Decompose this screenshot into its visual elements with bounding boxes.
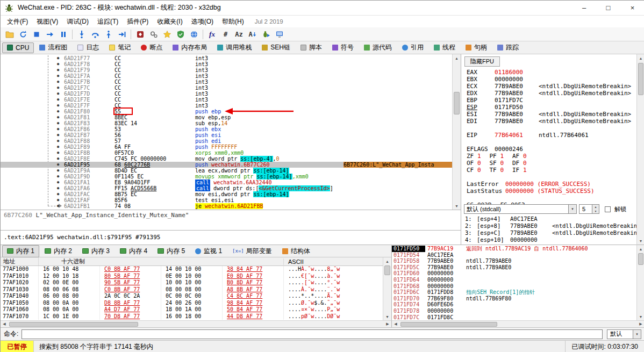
dump-row[interactable]: 77AF104006 00 08 002A 0C 0C 2A0C 00 0C 0… — [1, 293, 383, 300]
disasm-row[interactable]: 6AD21FA6FF15 ACD5566Bcall dword ptr ds:[… — [1, 185, 461, 191]
disasm-row[interactable]: 6AD21FAC8B75 ECmov esi,dword ptr ss:[ebp… — [1, 191, 461, 197]
register-row[interactable]: EBP0171FD7C — [467, 97, 644, 104]
scrollbar-thumb[interactable] — [454, 92, 460, 114]
tab-符号[interactable]: 符号 — [327, 41, 359, 54]
tab-内存 4[interactable]: 内存 4 — [115, 245, 152, 257]
disassembly-scrollbar[interactable]: ▲ ▼ — [452, 54, 461, 210]
dump-row[interactable]: 77AF102002 00 0E 0090 5B AF 7710 00 10 0… — [1, 279, 383, 286]
scroll-down-arrow[interactable]: ▼ — [453, 202, 461, 210]
disasm-row[interactable]: 6AD21F78CCint3 — [1, 61, 461, 67]
scroll-up-arrow[interactable]: ▲ — [637, 245, 644, 253]
strings-icon[interactable]: Az — [232, 28, 246, 40]
scroll-right-arrow[interactable]: ▶ — [384, 321, 391, 327]
scroll-down-arrow[interactable]: ▼ — [637, 313, 644, 320]
disasm-row[interactable]: 6AD21F79CCint3 — [1, 67, 461, 73]
disasm-row[interactable]: 6AD21F9D0F1145 ECmovups xmmword ptr ss:[… — [1, 174, 461, 179]
command-input[interactable] — [22, 329, 603, 339]
menu-item[interactable]: 文件(F) — [3, 16, 32, 27]
restart-icon[interactable] — [16, 28, 30, 40]
tab-SEH链[interactable]: SEH链 — [257, 41, 295, 54]
step-out-icon[interactable] — [102, 28, 115, 40]
argument-row[interactable]: 2:[esp+8]77B9ABE0<ntdll.DbgUiRemoteBreak… — [465, 222, 637, 229]
tab-CPU[interactable]: CPU — [2, 42, 34, 53]
menu-item[interactable]: 选项(O) — [187, 16, 218, 27]
scrollbar-thumb[interactable] — [384, 265, 390, 275]
register-row[interactable]: ZF 1PF 1AF 0 — [467, 153, 644, 160]
run-icon[interactable] — [43, 28, 56, 40]
globe-icon[interactable] — [187, 28, 201, 40]
menu-item[interactable]: 视图(V) — [32, 16, 62, 27]
stack-row[interactable]: 0171FD54A0C17EEA — [392, 252, 636, 258]
step-into-icon[interactable] — [75, 28, 88, 40]
minimize-button[interactable]: – — [572, 1, 596, 15]
spin-up-icon[interactable]: ▲ — [592, 205, 599, 209]
scrollbar-thumb[interactable] — [638, 63, 643, 95]
tab-源代码[interactable]: 源代码 — [359, 41, 397, 54]
stack-row[interactable]: 0171FD6000000000 — [392, 270, 636, 277]
tab-日志[interactable]: 日志 — [73, 41, 104, 54]
scroll-up-arrow[interactable]: ▲ — [637, 54, 644, 62]
register-row[interactable]: EDX77B9ABE0<ntdll.DbgUiRemoteBreakin> — [467, 90, 644, 97]
step-over-icon[interactable] — [88, 28, 102, 40]
disasm-row[interactable]: 6AD21F8EC745 FC 00000000mov dword ptr ss… — [1, 156, 461, 162]
register-row[interactable]: ECX77B9ABE0<ntdll.DbgUiRemoteBreakin> — [467, 83, 644, 90]
stack-row[interactable]: 0171FD6800000000 — [392, 283, 636, 290]
dump-scrollbar[interactable]: ▲ ▼ — [383, 257, 391, 320]
shield-icon[interactable] — [174, 28, 187, 40]
hide-fpu-button[interactable]: 隐藏FPU — [464, 56, 500, 67]
debug-bug-icon[interactable] — [259, 28, 273, 40]
disasm-row[interactable]: 6AD21F896A FFpush FFFFFFFF — [1, 144, 461, 150]
favourites-star-icon[interactable] — [160, 28, 174, 40]
tab-内存布局[interactable]: 内存布局 — [168, 41, 212, 54]
menu-item[interactable]: 追踪(T) — [93, 16, 123, 27]
register-row[interactable]: OF 0SF 0DF 0 — [467, 160, 644, 167]
disasm-row[interactable]: 6AD21F7BCCint3 — [1, 79, 461, 85]
scroll-down-arrow[interactable]: ▼ — [383, 313, 391, 320]
stack-row[interactable]: 0171FD7077B69F80ntdll.77B69F80 — [392, 296, 636, 302]
disasm-row[interactable]: 6AD21F8653push ebx — [1, 126, 461, 132]
scroll-left-arrow[interactable]: ◀ — [392, 321, 399, 327]
settings-gears-icon[interactable] — [147, 28, 160, 40]
tab-内存 5[interactable]: 内存 5 — [153, 245, 190, 257]
disasm-row[interactable]: 6AD21FB174 08je wechatwin.6AD21FBB — [1, 203, 461, 209]
open-file-icon[interactable] — [3, 28, 16, 40]
disasm-row[interactable]: 6AD21F77CCint3 — [1, 55, 461, 61]
spin-down-icon[interactable]: ▼ — [592, 209, 599, 213]
argument-count-stepper[interactable]: 5▲▼ — [579, 204, 599, 214]
scroll-up-arrow[interactable]: ▲ — [383, 257, 391, 265]
command-combo[interactable]: 默认▼ — [607, 329, 641, 339]
tab-内存 1[interactable]: 内存 1 — [2, 245, 39, 257]
scrollbar-thumb[interactable] — [638, 253, 643, 265]
scrollbar-thumb[interactable] — [9, 322, 138, 327]
register-row[interactable]: EAX01186000 — [467, 69, 644, 76]
register-row[interactable]: LastStatus00000000 (STATUS_SUCCESS) — [467, 188, 644, 195]
disasm-row[interactable]: 6AD21F8B0F57C0xorps xmm0,xmm0 — [1, 150, 461, 156]
tab-脚本[interactable]: 脚本 — [296, 41, 327, 54]
dump-row[interactable]: 77AF106008 00 0A 00A4 D7 AF 7718 00 1A 0… — [1, 306, 383, 313]
scroll-up-arrow[interactable]: ▲ — [453, 54, 461, 62]
stack-row[interactable]: 0171FD5077B9AC19返回到 ntdll.77B9AC19 自 ntd… — [392, 246, 636, 252]
disasm-row[interactable]: 6AD21F9568 60C2776Bpush wechatwin.6B77C2… — [1, 162, 461, 168]
tab-线程[interactable]: 线程 — [429, 41, 460, 54]
disasm-row[interactable]: 6AD21F7CCCint3 — [1, 85, 461, 91]
tab-句柄[interactable]: 句柄 — [461, 41, 492, 54]
registers-scrollbar[interactable]: ▲ ▼ — [636, 54, 644, 245]
tab-监视 1[interactable]: 监视 1 — [190, 245, 227, 257]
dump-row[interactable]: 77AF103008 00 06 08C0 8B AF 7708 00 08 0… — [1, 286, 383, 293]
tab-跟踪[interactable]: 跟踪 — [492, 41, 524, 54]
tab-断点[interactable]: 断点 — [136, 41, 167, 54]
dump-row[interactable]: 77AF101012 00 10 1880 5B AF 770E 00 10 0… — [1, 273, 383, 280]
stack-row[interactable]: 0171FD74D60FE6D6 — [392, 301, 636, 308]
tab-调用堆栈[interactable]: 调用堆栈 — [212, 41, 256, 54]
tab-流程图[interactable]: 流程图 — [34, 41, 72, 54]
dump-row[interactable]: 77AF100016 00 10 48C0 8B AF 7714 00 10 0… — [1, 266, 383, 273]
disasm-row[interactable]: 6AD21FAF85F6test esi,esi — [1, 197, 461, 203]
chevron-down-icon[interactable]: ▼ — [633, 330, 641, 339]
tab-内存 2[interactable]: 内存 2 — [40, 245, 77, 257]
menu-item[interactable]: 收藏夹(I) — [153, 16, 187, 27]
scrollbar-thumb[interactable] — [400, 322, 497, 327]
disasm-row[interactable]: 6AD21F9A8D4D EClea ecx,dword ptr ss:[ebp… — [1, 168, 461, 174]
register-row[interactable]: EBX00000000 — [467, 76, 644, 83]
tab-结构体[interactable]: 结构体 — [277, 245, 315, 257]
stack-row[interactable]: 0171FD7800000000 — [392, 308, 636, 314]
